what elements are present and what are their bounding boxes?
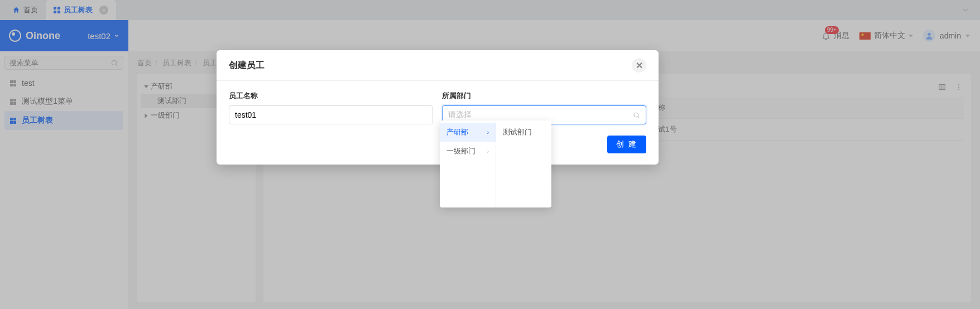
close-icon[interactable]: ✕ <box>632 58 646 73</box>
create-button[interactable]: 创 建 <box>607 136 646 153</box>
field-label-dept: 所属部门 <box>442 91 646 101</box>
cascader-option-label: 测试部门 <box>503 127 532 137</box>
search-icon <box>633 112 640 119</box>
cascader-option-label: 一级部门 <box>446 146 475 156</box>
cascader-option[interactable]: 测试部门 <box>496 123 551 142</box>
field-label-name: 员工名称 <box>229 91 433 101</box>
svg-line-14 <box>638 116 640 118</box>
cascader-option[interactable]: 一级部门 › <box>440 142 496 161</box>
cascader-option-label: 产研部 <box>446 127 468 137</box>
create-employee-modal: 创建员工 ✕ 员工名称 所属部门 请选择 创 建 <box>217 50 659 165</box>
employee-name-input[interactable] <box>229 105 433 124</box>
chevron-right-icon: › <box>487 129 489 136</box>
cascader-option[interactable]: 产研部 › <box>440 123 496 142</box>
cascader-column: 测试部门 <box>496 120 551 207</box>
modal-title: 创建员工 <box>229 60 265 71</box>
cascader-column: 产研部 › 一级部门 › <box>440 120 496 207</box>
department-cascader: 产研部 › 一级部门 › 测试部门 <box>440 120 551 207</box>
chevron-right-icon: › <box>487 148 489 154</box>
select-placeholder: 请选择 <box>448 110 472 120</box>
svg-point-13 <box>634 113 638 117</box>
